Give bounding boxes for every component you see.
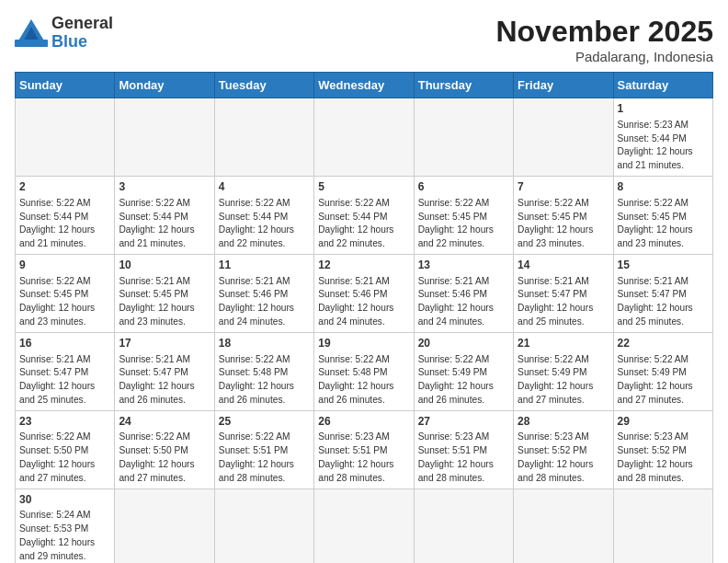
weekday-header-monday: Monday <box>115 73 214 98</box>
calendar-cell <box>414 98 513 177</box>
day-number: 28 <box>518 414 609 430</box>
calendar-cell <box>214 98 313 177</box>
calendar-cell <box>514 98 613 177</box>
calendar-cell <box>115 488 214 563</box>
day-info: Sunrise: 5:21 AM Sunset: 5:47 PM Dayligh… <box>19 353 110 408</box>
day-number: 11 <box>219 258 310 273</box>
day-number: 17 <box>119 336 210 351</box>
calendar-week-row: 9Sunrise: 5:22 AM Sunset: 5:45 PM Daylig… <box>16 254 713 332</box>
weekday-header-sunday: Sunday <box>16 73 115 98</box>
weekday-header-saturday: Saturday <box>613 73 712 98</box>
calendar-cell: 14Sunrise: 5:21 AM Sunset: 5:47 PM Dayli… <box>514 254 613 332</box>
day-number: 1 <box>618 101 709 117</box>
day-number: 6 <box>418 179 509 195</box>
day-number: 21 <box>518 336 609 351</box>
day-number: 5 <box>318 179 409 195</box>
calendar-cell <box>314 98 414 177</box>
calendar-cell <box>514 488 613 563</box>
day-number: 10 <box>119 258 210 273</box>
page-header: General Blue November 2025 Padalarang, I… <box>15 15 713 64</box>
calendar-cell: 2Sunrise: 5:22 AM Sunset: 5:44 PM Daylig… <box>16 176 115 254</box>
day-number: 4 <box>219 179 310 195</box>
calendar-cell: 9Sunrise: 5:22 AM Sunset: 5:45 PM Daylig… <box>16 254 115 332</box>
day-number: 30 <box>19 492 110 508</box>
calendar-cell: 29Sunrise: 5:23 AM Sunset: 5:52 PM Dayli… <box>613 410 712 488</box>
weekday-header-row: SundayMondayTuesdayWednesdayThursdayFrid… <box>16 73 713 98</box>
weekday-header-tuesday: Tuesday <box>214 73 313 98</box>
day-number: 3 <box>119 179 210 195</box>
day-info: Sunrise: 5:22 AM Sunset: 5:45 PM Dayligh… <box>19 275 110 329</box>
calendar-cell: 22Sunrise: 5:22 AM Sunset: 5:49 PM Dayli… <box>613 332 712 410</box>
day-number: 25 <box>219 414 310 430</box>
day-info: Sunrise: 5:22 AM Sunset: 5:49 PM Dayligh… <box>618 353 709 408</box>
day-number: 20 <box>418 336 509 351</box>
month-year-title: November 2025 <box>495 15 713 49</box>
day-number: 12 <box>318 258 409 273</box>
calendar-cell: 4Sunrise: 5:22 AM Sunset: 5:44 PM Daylig… <box>214 176 313 254</box>
day-info: Sunrise: 5:22 AM Sunset: 5:50 PM Dayligh… <box>119 431 210 485</box>
calendar-cell: 8Sunrise: 5:22 AM Sunset: 5:45 PM Daylig… <box>613 176 712 254</box>
weekday-header-thursday: Thursday <box>414 73 513 98</box>
calendar-cell: 30Sunrise: 5:24 AM Sunset: 5:53 PM Dayli… <box>16 488 115 563</box>
calendar-week-row: 1Sunrise: 5:23 AM Sunset: 5:44 PM Daylig… <box>16 98 713 177</box>
day-number: 2 <box>19 179 110 195</box>
calendar-cell: 24Sunrise: 5:22 AM Sunset: 5:50 PM Dayli… <box>115 410 214 488</box>
day-info: Sunrise: 5:22 AM Sunset: 5:49 PM Dayligh… <box>518 353 609 408</box>
day-number: 7 <box>518 179 609 195</box>
calendar-cell <box>16 98 115 177</box>
day-info: Sunrise: 5:22 AM Sunset: 5:44 PM Dayligh… <box>19 197 110 251</box>
logo-icon <box>15 19 48 47</box>
day-info: Sunrise: 5:22 AM Sunset: 5:50 PM Dayligh… <box>19 431 110 485</box>
day-info: Sunrise: 5:21 AM Sunset: 5:47 PM Dayligh… <box>518 275 609 329</box>
day-info: Sunrise: 5:22 AM Sunset: 5:48 PM Dayligh… <box>318 353 409 408</box>
day-info: Sunrise: 5:22 AM Sunset: 5:48 PM Dayligh… <box>219 353 310 408</box>
day-info: Sunrise: 5:21 AM Sunset: 5:47 PM Dayligh… <box>618 275 709 329</box>
day-info: Sunrise: 5:22 AM Sunset: 5:44 PM Dayligh… <box>219 197 310 251</box>
day-number: 15 <box>618 258 709 273</box>
calendar-cell: 28Sunrise: 5:23 AM Sunset: 5:52 PM Dayli… <box>514 410 613 488</box>
day-info: Sunrise: 5:22 AM Sunset: 5:44 PM Dayligh… <box>119 197 210 251</box>
day-number: 23 <box>19 414 110 430</box>
day-number: 13 <box>418 258 509 273</box>
location-subtitle: Padalarang, Indonesia <box>495 49 713 64</box>
calendar-cell <box>115 98 214 177</box>
calendar-week-row: 2Sunrise: 5:22 AM Sunset: 5:44 PM Daylig… <box>16 176 713 254</box>
logo-text: General Blue <box>51 15 113 52</box>
day-info: Sunrise: 5:21 AM Sunset: 5:46 PM Dayligh… <box>418 275 509 329</box>
day-number: 18 <box>219 336 310 351</box>
day-info: Sunrise: 5:22 AM Sunset: 5:49 PM Dayligh… <box>418 353 509 408</box>
calendar-week-row: 30Sunrise: 5:24 AM Sunset: 5:53 PM Dayli… <box>16 488 713 563</box>
calendar-cell <box>314 488 414 563</box>
day-number: 16 <box>19 336 110 351</box>
day-info: Sunrise: 5:21 AM Sunset: 5:46 PM Dayligh… <box>219 275 310 329</box>
calendar-cell: 25Sunrise: 5:22 AM Sunset: 5:51 PM Dayli… <box>214 410 313 488</box>
logo: General Blue <box>15 15 113 52</box>
calendar-cell <box>613 488 712 563</box>
calendar-cell: 23Sunrise: 5:22 AM Sunset: 5:50 PM Dayli… <box>16 410 115 488</box>
calendar-table: SundayMondayTuesdayWednesdayThursdayFrid… <box>15 72 713 563</box>
day-number: 24 <box>119 414 210 430</box>
calendar-cell: 21Sunrise: 5:22 AM Sunset: 5:49 PM Dayli… <box>514 332 613 410</box>
day-number: 9 <box>19 258 110 273</box>
day-number: 8 <box>618 179 709 195</box>
day-info: Sunrise: 5:23 AM Sunset: 5:44 PM Dayligh… <box>618 119 709 173</box>
title-block: November 2025 Padalarang, Indonesia <box>495 15 713 64</box>
day-number: 29 <box>618 414 709 430</box>
day-info: Sunrise: 5:23 AM Sunset: 5:52 PM Dayligh… <box>618 431 709 485</box>
calendar-cell: 17Sunrise: 5:21 AM Sunset: 5:47 PM Dayli… <box>115 332 214 410</box>
calendar-cell: 7Sunrise: 5:22 AM Sunset: 5:45 PM Daylig… <box>514 176 613 254</box>
calendar-cell: 19Sunrise: 5:22 AM Sunset: 5:48 PM Dayli… <box>314 332 414 410</box>
calendar-cell: 12Sunrise: 5:21 AM Sunset: 5:46 PM Dayli… <box>314 254 414 332</box>
calendar-cell: 16Sunrise: 5:21 AM Sunset: 5:47 PM Dayli… <box>16 332 115 410</box>
day-info: Sunrise: 5:23 AM Sunset: 5:51 PM Dayligh… <box>318 431 409 485</box>
calendar-cell: 26Sunrise: 5:23 AM Sunset: 5:51 PM Dayli… <box>314 410 414 488</box>
svg-rect-2 <box>15 40 48 47</box>
calendar-cell: 18Sunrise: 5:22 AM Sunset: 5:48 PM Dayli… <box>214 332 313 410</box>
day-info: Sunrise: 5:21 AM Sunset: 5:45 PM Dayligh… <box>119 275 210 329</box>
day-number: 22 <box>618 336 709 351</box>
calendar-week-row: 23Sunrise: 5:22 AM Sunset: 5:50 PM Dayli… <box>16 410 713 488</box>
day-info: Sunrise: 5:23 AM Sunset: 5:51 PM Dayligh… <box>418 431 509 485</box>
calendar-cell: 13Sunrise: 5:21 AM Sunset: 5:46 PM Dayli… <box>414 254 513 332</box>
day-info: Sunrise: 5:22 AM Sunset: 5:51 PM Dayligh… <box>219 431 310 485</box>
day-info: Sunrise: 5:22 AM Sunset: 5:45 PM Dayligh… <box>618 197 709 251</box>
